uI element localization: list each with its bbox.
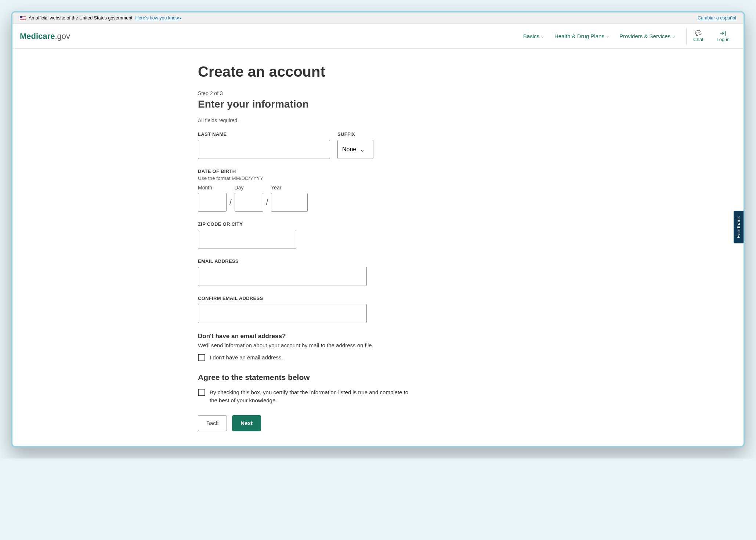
login-button[interactable]: ➜] Log in: [710, 24, 736, 49]
zip-input[interactable]: [198, 230, 296, 249]
step-indicator: Step 2 of 3: [198, 90, 448, 96]
chevron-down-icon: ⌄: [606, 34, 609, 39]
nav-basics[interactable]: Basics ⌄: [523, 33, 544, 39]
chevron-down-icon: ▾: [180, 16, 181, 20]
back-label: Back: [206, 420, 218, 426]
chat-label: Chat: [693, 37, 703, 42]
confirm-email-section: CONFIRM EMAIL ADDRESS: [198, 296, 448, 323]
email-section: EMAIL ADDRESS: [198, 258, 448, 286]
chat-icon: 💬: [695, 30, 701, 36]
chevron-down-icon: ⌄: [541, 34, 544, 39]
dob-label: DATE OF BIRTH: [198, 168, 448, 174]
date-separator: /: [229, 198, 232, 212]
page-title: Create an account: [198, 64, 448, 80]
last-name-field: LAST NAME: [198, 131, 330, 159]
agree-checkbox[interactable]: [198, 389, 205, 396]
day-label: Day: [235, 185, 263, 191]
month-field: Month: [198, 185, 227, 212]
nav-providers-label: Providers & Services: [619, 33, 670, 39]
feedback-label: Feedback: [736, 216, 741, 238]
chevron-down-icon: ⌄: [360, 146, 365, 153]
gov-banner-left: An official website of the United States…: [20, 15, 181, 21]
zip-section: ZIP CODE OR CITY: [198, 221, 448, 249]
official-website-text: An official website of the United States…: [29, 15, 133, 21]
main-content: Create an account Step 2 of 3 Enter your…: [12, 49, 744, 446]
form-container: Create an account Step 2 of 3 Enter your…: [198, 64, 448, 446]
nav-providers-services[interactable]: Providers & Services ⌄: [619, 33, 675, 39]
chat-button[interactable]: 💬 Chat: [687, 24, 710, 49]
suffix-field: SUFFIX None ⌄: [337, 131, 373, 159]
no-email-checkbox[interactable]: [198, 354, 205, 361]
email-label: EMAIL ADDRESS: [198, 258, 448, 264]
name-row: LAST NAME SUFFIX None ⌄: [198, 131, 448, 159]
nav-basics-label: Basics: [523, 33, 539, 39]
login-icon: ➜]: [720, 30, 726, 36]
gov-banner: An official website of the United States…: [12, 12, 744, 24]
dob-row: Month / Day / Year: [198, 185, 448, 212]
chevron-down-icon: ⌄: [672, 34, 675, 39]
no-email-heading: Don't have an email address?: [198, 333, 448, 340]
dob-hint: Use the format MM/DD/YYYY: [198, 175, 448, 181]
required-note: All fields required.: [198, 117, 448, 123]
nav-health-label: Health & Drug Plans: [554, 33, 604, 39]
logo-tld: .gov: [55, 32, 70, 41]
day-field: Day: [235, 185, 263, 212]
app-window: An official website of the United States…: [11, 11, 745, 447]
year-field: Year: [271, 185, 308, 212]
login-label: Log in: [717, 37, 730, 42]
no-email-text: We'll send information about your accoun…: [198, 342, 448, 348]
zip-label: ZIP CODE OR CITY: [198, 221, 448, 227]
suffix-label: SUFFIX: [337, 131, 373, 137]
primary-nav: Basics ⌄ Health & Drug Plans ⌄ Providers…: [523, 33, 675, 39]
next-label: Next: [240, 420, 253, 426]
confirm-email-label: CONFIRM EMAIL ADDRESS: [198, 296, 448, 301]
last-name-input[interactable]: [198, 140, 330, 159]
how-you-know-label: Here's how you know: [135, 15, 179, 21]
suffix-select[interactable]: None ⌄: [337, 140, 373, 159]
no-email-section: Don't have an email address? We'll send …: [198, 333, 448, 362]
agree-text: By checking this box, you certify that t…: [210, 388, 415, 405]
month-input[interactable]: [198, 193, 227, 212]
nav-health-drug-plans[interactable]: Health & Drug Plans ⌄: [554, 33, 609, 39]
dob-section: DATE OF BIRTH Use the format MM/DD/YYYY …: [198, 168, 448, 212]
no-email-check-row: I don't have an email address.: [198, 354, 448, 362]
language-switch-link[interactable]: Cambiar a español: [698, 15, 736, 21]
agree-heading: Agree to the statements below: [198, 373, 448, 382]
feedback-tab[interactable]: Feedback: [734, 211, 744, 243]
no-email-check-label: I don't have an email address.: [210, 354, 283, 362]
us-flag-icon: [20, 16, 26, 20]
logo-brand: Medicare: [20, 32, 55, 41]
back-button[interactable]: Back: [198, 415, 227, 431]
year-input[interactable]: [271, 193, 308, 212]
date-separator: /: [266, 198, 268, 212]
year-label: Year: [271, 185, 308, 191]
next-button[interactable]: Next: [232, 415, 261, 431]
month-label: Month: [198, 185, 227, 191]
how-you-know-link[interactable]: Here's how you know▾: [135, 15, 181, 21]
site-logo[interactable]: Medicare.gov: [20, 32, 70, 41]
agree-check-row: By checking this box, you certify that t…: [198, 388, 448, 405]
day-input[interactable]: [235, 193, 263, 212]
button-row: Back Next: [198, 415, 448, 431]
last-name-label: LAST NAME: [198, 131, 330, 137]
site-header: Medicare.gov Basics ⌄ Health & Drug Plan…: [12, 24, 744, 49]
confirm-email-input[interactable]: [198, 304, 367, 323]
suffix-value: None: [342, 146, 356, 153]
page-subtitle: Enter your information: [198, 98, 448, 110]
email-input[interactable]: [198, 267, 367, 286]
